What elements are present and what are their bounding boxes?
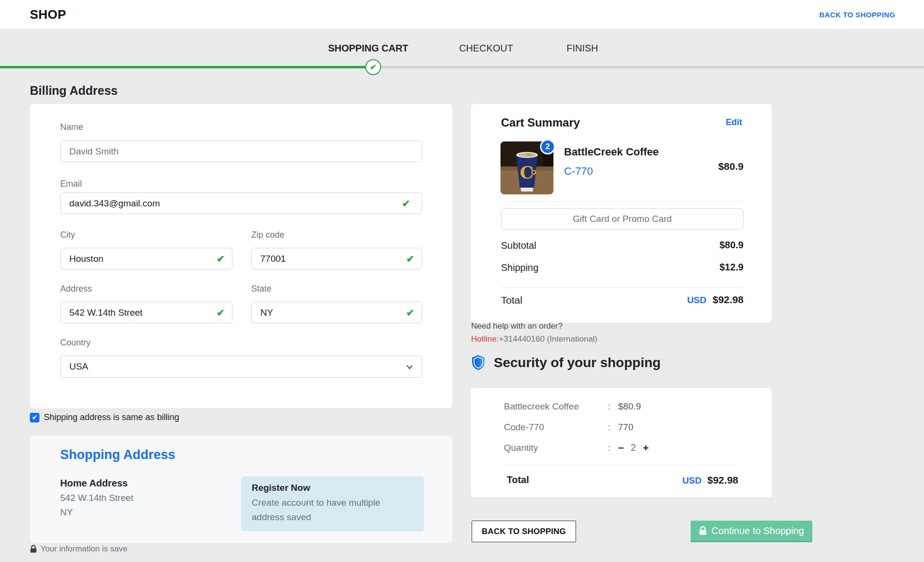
home-address-line2: NY	[60, 507, 73, 518]
city-label: City	[60, 230, 75, 240]
help-question: Need help with an order?	[471, 321, 563, 331]
security-section-header: Security of your shopping	[471, 355, 661, 370]
security-total-label: Total	[507, 474, 529, 485]
lock-icon	[30, 545, 37, 553]
step-shopping-cart[interactable]: SHOPPING CART	[328, 43, 409, 54]
home-address-title: Home Address	[60, 478, 128, 489]
security-row-quantity: Quantity : − 2 +	[504, 442, 649, 453]
cart-currency: USD	[687, 295, 706, 306]
security-details-card: Battlecreek Coffee : $80.9 Code-770 : 77…	[471, 388, 772, 498]
security-title: Security of your shopping	[494, 355, 661, 370]
address-field[interactable]	[60, 302, 232, 323]
state-label: State	[251, 284, 271, 294]
cart-summary-title: Cart Summary	[501, 116, 580, 129]
back-to-shopping-link[interactable]: BACK TO SHOPPING	[819, 11, 895, 19]
state-valid-check-icon: ✔	[406, 307, 414, 319]
same-as-billing-checkbox[interactable]: ✔	[30, 413, 39, 422]
progress-line-remaining	[381, 66, 924, 68]
security-total-group: USD $92.98	[682, 474, 738, 486]
security-currency: USD	[682, 475, 702, 486]
security-row-item: Battlecreek Coffee : $80.9	[504, 401, 641, 412]
city-valid-check-icon: ✔	[217, 253, 225, 265]
register-now-title: Register Now	[252, 483, 310, 493]
security-row-value: $80.9	[618, 401, 641, 412]
shipping-label: Shipping	[501, 262, 539, 273]
subtotal-label: Subtotal	[501, 240, 536, 251]
cart-total-group: USD $92.98	[687, 294, 744, 306]
billing-form-card: Name Email ✔ City ✔ Zip code ✔ Address ✔…	[30, 104, 452, 409]
cart-divider	[501, 201, 744, 202]
plus-icon[interactable]: +	[643, 443, 649, 453]
info-note-text: Your information is save	[40, 544, 128, 554]
email-label: Email	[60, 179, 82, 189]
shield-icon	[471, 355, 486, 370]
name-label: Name	[60, 122, 83, 132]
quantity-badge: 2	[540, 139, 555, 154]
continue-to-shopping-button[interactable]: Continue to Shopping	[691, 521, 812, 542]
shopping-address-title: Shopping Address	[60, 447, 175, 462]
same-as-billing-row: ✔ Shipping address is same as billing	[30, 412, 179, 422]
register-now-line2: address saved	[252, 512, 311, 523]
quantity-stepper: − 2 +	[618, 442, 649, 453]
city-field[interactable]	[60, 248, 232, 269]
cart-total-divider	[501, 287, 744, 288]
lock-icon	[699, 526, 707, 536]
country-label: Country	[60, 338, 90, 348]
step-checkout[interactable]: CHECKOUT	[459, 43, 513, 54]
step-finish[interactable]: FINISH	[566, 43, 598, 54]
gift-card-button[interactable]: Gift Card or Promo Card	[501, 208, 744, 230]
checkbox-check-icon: ✔	[32, 414, 38, 421]
same-as-billing-label: Shipping address is same as billing	[44, 412, 179, 422]
register-now-box[interactable]: Register Now Create account to have mult…	[241, 476, 424, 531]
security-row-code: Code-770 : 770	[504, 422, 633, 433]
cart-item-name: BattleCreek Coffee	[564, 146, 659, 158]
hotline-number: +314440160 (International)	[499, 334, 598, 344]
security-row-label: Quantity	[504, 443, 608, 453]
security-row-value: 770	[618, 422, 633, 433]
home-address-line1: 542 W.14th Street	[60, 493, 133, 503]
security-row-label: Code-770	[504, 422, 608, 433]
cart-item-code[interactable]: C-770	[564, 165, 593, 178]
progress-line-complete	[0, 66, 365, 68]
cart-total-value: $92.98	[713, 294, 744, 306]
email-field[interactable]	[60, 192, 422, 214]
cart-total-label: Total	[501, 294, 522, 306]
brand-logo: SHOP	[30, 7, 66, 22]
name-field[interactable]	[60, 140, 422, 162]
quantity-value: 2	[631, 442, 636, 453]
chevron-down-icon	[406, 365, 413, 370]
subtotal-value: $80.9	[719, 240, 744, 251]
app-header: SHOP BACK TO SHOPPING	[0, 0, 924, 29]
state-field[interactable]	[251, 302, 422, 323]
country-selected-value: USA	[69, 361, 88, 372]
cart-item-price: $80.9	[718, 161, 744, 172]
progress-check-circle: ✔	[365, 59, 381, 75]
address-label: Address	[60, 284, 92, 294]
email-valid-check-icon: ✔	[402, 198, 410, 209]
security-row-separator: :	[608, 422, 610, 433]
shopping-address-card: Shopping Address Home Address 542 W.14th…	[30, 435, 452, 543]
shipping-value: $12.9	[719, 262, 744, 273]
hotline-label: Hotline:	[471, 334, 499, 344]
cart-summary-card: Cart Summary Edit C 2 BattleCreek Coffee…	[471, 104, 772, 323]
country-select[interactable]: USA	[60, 356, 422, 378]
address-valid-check-icon: ✔	[217, 307, 225, 319]
security-total-value: $92.98	[707, 474, 738, 486]
zip-valid-check-icon: ✔	[406, 253, 414, 265]
edit-cart-link[interactable]: Edit	[726, 117, 742, 128]
security-row-label: Battlecreek Coffee	[504, 401, 608, 412]
minus-icon[interactable]: −	[618, 443, 624, 453]
zip-label: Zip code	[251, 230, 284, 240]
billing-address-title: Billing Address	[30, 84, 117, 98]
hotline-line: Hotline:+314440160 (International)	[471, 334, 597, 344]
check-icon: ✔	[370, 63, 376, 72]
security-row-separator: :	[608, 401, 610, 412]
info-note: Your information is save	[30, 544, 128, 554]
continue-button-label: Continue to Shopping	[711, 525, 804, 536]
back-to-shopping-button[interactable]: BACK TO SHOPPING	[472, 521, 576, 542]
security-total-divider	[504, 465, 736, 465]
security-row-separator: :	[608, 443, 610, 453]
register-now-line1: Create account to have multiple	[252, 498, 380, 508]
zip-field[interactable]	[251, 248, 422, 269]
